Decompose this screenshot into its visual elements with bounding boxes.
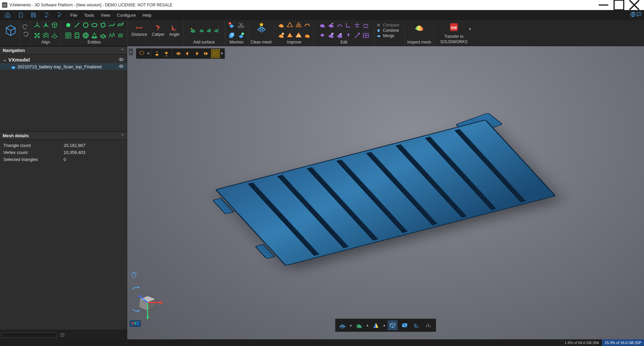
- entity-curve-icon[interactable]: [108, 21, 115, 29]
- select-shrink-left-button[interactable]: [183, 49, 192, 58]
- select-plane-up-button[interactable]: [153, 49, 161, 58]
- edit-a-icon[interactable]: [319, 21, 326, 29]
- edit-j-icon[interactable]: [345, 32, 352, 39]
- edit-b-icon[interactable]: [327, 21, 335, 29]
- axis-triad[interactable]: XYZ: [129, 286, 166, 329]
- view-shaded-dropdown[interactable]: ▲: [366, 324, 369, 327]
- edit-g-icon[interactable]: [319, 32, 326, 39]
- transfer-button[interactable]: SW Transfer to SOLIDWORKS: [440, 21, 467, 44]
- align-plane-icon[interactable]: [51, 32, 58, 39]
- add-surface-extend-icon[interactable]: [213, 27, 219, 33]
- edit-e-icon[interactable]: [353, 21, 361, 29]
- add-surface-fit-icon[interactable]: [206, 27, 212, 33]
- menu-configure[interactable]: Configure: [113, 10, 139, 20]
- caliper-button[interactable]: [154, 24, 162, 31]
- edit-h-icon[interactable]: [327, 32, 335, 39]
- mesh-details-header[interactable]: Mesh details ⌃: [0, 132, 127, 140]
- select-grow-left-button[interactable]: [174, 49, 182, 58]
- vxmodel-icon[interactable]: [4, 24, 17, 37]
- entity-grid-icon[interactable]: [65, 32, 72, 39]
- mesh-cut-icon[interactable]: [237, 21, 245, 29]
- edit-f-icon[interactable]: [362, 21, 370, 29]
- tree-root[interactable]: ⌄ VXmodel: [0, 56, 127, 63]
- select-options-dropdown[interactable]: ▼: [221, 52, 223, 55]
- entity-circle-icon[interactable]: [82, 21, 89, 29]
- entity-rect-icon[interactable]: [99, 21, 107, 29]
- entity-ellipse-icon[interactable]: [91, 21, 98, 29]
- help-globe-button[interactable]: ?: [630, 11, 636, 19]
- entity-cyl-icon[interactable]: [73, 32, 81, 39]
- distance-button[interactable]: [136, 24, 143, 31]
- edit-c-icon[interactable]: [336, 21, 343, 29]
- view-normals-button[interactable]: [371, 320, 381, 330]
- entity-sphere-icon[interactable]: [82, 32, 89, 39]
- merge-button[interactable]: Merge: [376, 33, 394, 38]
- align-best-fit-icon[interactable]: [33, 32, 41, 39]
- combine-button[interactable]: Combine: [376, 28, 399, 33]
- select-all-button[interactable]: [211, 49, 220, 58]
- improve-edge-icon[interactable]: [304, 32, 311, 39]
- visibility-toggle-icon[interactable]: [118, 64, 124, 69]
- navigation-header[interactable]: Navigation ⌃: [0, 46, 127, 55]
- entity-slab-icon[interactable]: [99, 32, 107, 39]
- tree-item[interactable]: 20210713_battery tray_Scan_top_Finalized: [0, 63, 127, 70]
- compare-button[interactable]: Compare: [376, 23, 399, 27]
- menu-view[interactable]: View: [97, 10, 113, 20]
- new-session-button[interactable]: [14, 10, 27, 20]
- menu-tools[interactable]: Tools: [81, 10, 97, 20]
- redo-button[interactable]: [22, 31, 28, 37]
- menu-help[interactable]: Help: [139, 10, 155, 20]
- edit-k-icon[interactable]: [353, 32, 361, 39]
- view-stats-button[interactable]: [424, 320, 434, 330]
- view-box-button[interactable]: [388, 320, 398, 330]
- view-wireframe-dropdown[interactable]: ▲: [349, 324, 352, 327]
- improve-decimate-icon[interactable]: [295, 21, 302, 29]
- minimize-button[interactable]: [596, 0, 611, 10]
- improve-fill2-icon[interactable]: [277, 32, 285, 39]
- angle-button[interactable]: [171, 24, 178, 31]
- mesh-ok-icon[interactable]: [237, 32, 245, 39]
- selection-mode-dropdown[interactable]: ▼: [147, 52, 150, 55]
- improve-tri-icon[interactable]: [286, 32, 294, 39]
- improve-smooth-icon[interactable]: [304, 21, 311, 29]
- select-grow-right-button[interactable]: [202, 49, 211, 58]
- import-button[interactable]: [40, 10, 53, 20]
- improve-sharpen-icon[interactable]: [295, 32, 302, 39]
- feedback-button[interactable]: ?: [636, 11, 642, 19]
- view-clip-button[interactable]: [412, 320, 422, 330]
- entity-line-icon[interactable]: [73, 21, 81, 29]
- menu-file[interactable]: File: [67, 10, 81, 20]
- view-normals-dropdown[interactable]: ▲: [383, 324, 386, 327]
- dock-icon[interactable]: [60, 333, 65, 337]
- save-button[interactable]: [27, 10, 40, 20]
- align-axes-icon[interactable]: [33, 21, 41, 29]
- improve-remesh-icon[interactable]: [286, 21, 294, 29]
- mesh-copy-icon[interactable]: [228, 32, 235, 39]
- add-surface-patch-icon[interactable]: [198, 27, 205, 33]
- viewport-3d[interactable]: ‹ ▼ ▼: [127, 46, 644, 339]
- add-surface-auto-icon[interactable]: [189, 27, 196, 34]
- collapse-panel-button[interactable]: ‹: [129, 48, 133, 56]
- select-lasso-button[interactable]: [138, 49, 146, 58]
- close-button[interactable]: [627, 0, 642, 10]
- collapse-icon[interactable]: ⌃: [121, 134, 124, 138]
- export-button[interactable]: [53, 10, 65, 20]
- edit-l-icon[interactable]: [362, 32, 370, 39]
- entity-cone-icon[interactable]: [91, 32, 98, 39]
- select-plane-down-button[interactable]: [162, 49, 171, 58]
- entity-curves-icon[interactable]: [117, 21, 124, 29]
- view-shaded-button[interactable]: [354, 320, 364, 330]
- align-origin-icon[interactable]: [42, 21, 50, 29]
- inspect-mesh-button[interactable]: [413, 21, 426, 33]
- improve-fill-icon[interactable]: [277, 21, 285, 29]
- align-cube-icon[interactable]: [51, 21, 58, 29]
- undo-button[interactable]: [22, 24, 28, 30]
- select-shrink-right-button[interactable]: [192, 49, 201, 58]
- view-wireframe-button[interactable]: [337, 320, 347, 330]
- entity-section-icon[interactable]: [117, 32, 124, 39]
- view-section-button[interactable]: [400, 320, 410, 330]
- visibility-toggle-icon[interactable]: [118, 57, 124, 63]
- edit-i-icon[interactable]: [336, 32, 343, 39]
- clean-mesh-button[interactable]: [255, 21, 268, 33]
- maximize-button[interactable]: [611, 0, 627, 10]
